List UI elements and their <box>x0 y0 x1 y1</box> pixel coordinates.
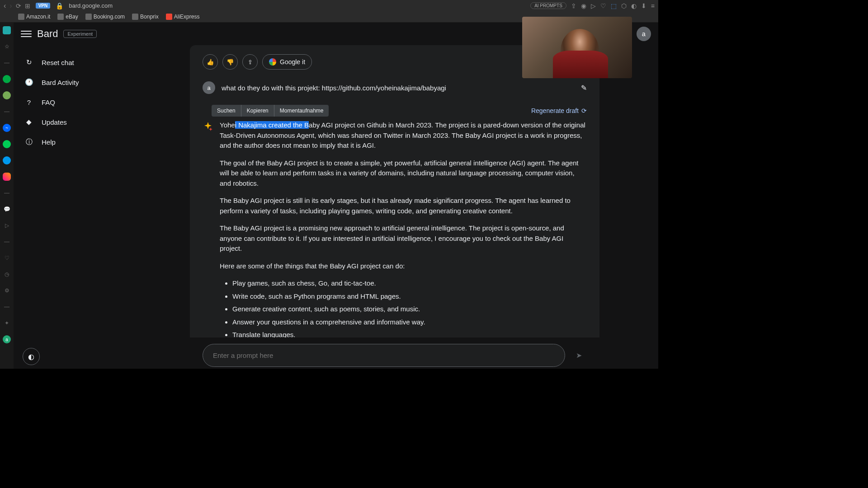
sidebar-item-activity[interactable]: 🕐 Bard Activity <box>14 72 176 92</box>
forward-button[interactable]: › <box>9 2 12 10</box>
context-copy[interactable]: Kopieren <box>241 105 274 117</box>
sidebar-item-label: FAQ <box>42 99 55 106</box>
help-icon: ⓘ <box>24 137 33 146</box>
menu-icon[interactable]: ≡ <box>651 2 655 9</box>
user-avatar: a <box>203 81 215 94</box>
app-title: Bard <box>37 28 58 40</box>
sidebar-item-faq[interactable]: ? FAQ <box>14 92 176 112</box>
user-prompt-row: a what do they do with this projekt: htt… <box>190 75 599 100</box>
sidebar-item-label: Bard Activity <box>42 79 79 86</box>
reload-button[interactable]: ⟳ <box>16 2 21 9</box>
rail-app-2-icon[interactable] <box>3 91 11 99</box>
rail-instagram-icon[interactable] <box>3 173 11 181</box>
rail-history-icon[interactable]: ◷ <box>3 270 11 278</box>
chat-content: 👍 👎 ⇧ Google it a what do they do with t… <box>190 45 599 369</box>
sidebar-item-help[interactable]: ⓘ Help <box>14 132 176 152</box>
rail-whatsapp-icon[interactable] <box>3 140 11 148</box>
faq-icon: ? <box>24 98 33 107</box>
prompt-text: what do they do with this projekt: https… <box>222 84 575 92</box>
bookmark-bonprix[interactable]: Bonprix <box>132 14 159 20</box>
send-button[interactable]: ➤ <box>571 347 587 364</box>
ai-prompts-badge[interactable]: AI PROMPTS <box>530 2 566 9</box>
rail-star-icon[interactable]: ☆ <box>3 42 11 51</box>
camera-icon[interactable]: ◉ <box>581 2 586 9</box>
google-it-button[interactable]: Google it <box>262 54 312 70</box>
heart-icon[interactable]: ♡ <box>600 2 606 9</box>
google-logo-icon <box>269 58 276 66</box>
bookmark-ebay[interactable]: eBay <box>57 14 78 20</box>
lock-icon: 🔒 <box>56 2 63 9</box>
sidebar-item-reset[interactable]: ↻ Reset chat <box>14 52 176 72</box>
list-item: Play games, such as chess, Go, and tic-t… <box>232 278 587 289</box>
list-item: Write code, such as Python programs and … <box>232 291 587 302</box>
sidebar-item-label: Reset chat <box>42 59 74 66</box>
play-icon[interactable]: ▷ <box>591 2 596 9</box>
rail-a-badge-icon[interactable]: a <box>3 335 11 343</box>
profile-icon[interactable]: ◐ <box>631 2 637 9</box>
refresh-icon: ⟳ <box>581 107 587 114</box>
translate-icon[interactable]: ⬚ <box>611 2 617 9</box>
thumbs-down-button[interactable]: 👎 <box>222 54 238 70</box>
rail-play-icon[interactable]: ▷ <box>3 221 11 230</box>
dark-mode-toggle[interactable]: ◐ <box>23 348 40 365</box>
rail-telegram-icon[interactable] <box>3 156 11 164</box>
edit-prompt-button[interactable]: ✎ <box>581 84 587 92</box>
download-icon[interactable]: ⬇ <box>641 2 646 9</box>
rail-sep-3: — <box>3 189 11 197</box>
vpn-badge[interactable]: VPN <box>36 3 51 9</box>
sidebar-item-label: Help <box>42 138 56 146</box>
context-snapshot[interactable]: Momentaufnahme <box>274 105 329 117</box>
sidebar-item-updates[interactable]: ◆ Updates <box>14 112 176 132</box>
context-menu: Suchen Kopieren Momentaufnahme <box>212 105 329 117</box>
rail-sparkle-icon[interactable]: ✦ <box>3 319 11 327</box>
rail-chat-icon[interactable]: 💬 <box>3 205 11 213</box>
share-icon[interactable]: ⇪ <box>571 2 576 9</box>
share-button[interactable]: ⇧ <box>242 54 258 70</box>
response-text[interactable]: Yohei Nakajima created the Baby AGI proj… <box>220 120 587 369</box>
rail-sep-1: — <box>3 59 11 67</box>
rail-heart-icon[interactable]: ♡ <box>3 254 11 262</box>
regenerate-button[interactable]: Regenerate draft ⟳ <box>531 107 587 114</box>
response-block: Suchen Kopieren Momentaufnahme Regenerat… <box>190 100 599 369</box>
browser-toolbar: ‹ › ⟳ ⊞ VPN 🔒 bard.google.com AI PROMPTS… <box>0 0 658 11</box>
tabs-icon[interactable]: ⊞ <box>25 2 30 9</box>
cube-icon[interactable]: ⬡ <box>621 2 627 9</box>
rail-home-icon[interactable] <box>3 26 11 34</box>
rail-app-1-icon[interactable] <box>3 75 11 83</box>
user-avatar-header[interactable]: a <box>637 27 651 41</box>
bard-spark-icon <box>203 121 213 132</box>
prompt-input[interactable] <box>203 344 565 367</box>
left-rail: ☆ — — ~ — 💬 ▷ — ♡ ◷ ⚙ — ✦ a <box>0 23 14 369</box>
bookmark-aliexpress[interactable]: AliExpress <box>166 14 200 20</box>
sidebar: ↻ Reset chat 🕐 Bard Activity ? FAQ ◆ Upd… <box>14 45 176 369</box>
experiment-badge: Experiment <box>63 30 97 38</box>
rail-sep-2: — <box>3 108 11 116</box>
reset-icon: ↻ <box>24 58 33 67</box>
rail-sep-5: — <box>3 303 11 311</box>
back-button[interactable]: ‹ <box>4 2 6 10</box>
context-search[interactable]: Suchen <box>212 105 241 117</box>
webcam-overlay <box>522 17 632 78</box>
rail-messenger-icon[interactable]: ~ <box>3 124 11 132</box>
input-area: ➤ <box>190 338 599 369</box>
bookmark-booking[interactable]: Booking.com <box>85 14 125 20</box>
list-item: Generate creative content, such as poems… <box>232 304 587 314</box>
sidebar-item-label: Updates <box>42 118 67 126</box>
activity-icon: 🕐 <box>24 78 33 87</box>
url-text[interactable]: bard.google.com <box>69 2 113 9</box>
selected-text: i Nakajima created the B <box>235 121 309 129</box>
bookmark-amazon[interactable]: Amazon.it <box>18 14 50 20</box>
hamburger-button[interactable] <box>21 28 32 39</box>
updates-icon: ◆ <box>24 117 33 127</box>
list-item: Answer your questions in a comprehensive… <box>232 317 587 328</box>
rail-gear-icon[interactable]: ⚙ <box>3 286 11 295</box>
thumbs-up-button[interactable]: 👍 <box>203 54 218 70</box>
rail-sep-4: — <box>3 238 11 246</box>
